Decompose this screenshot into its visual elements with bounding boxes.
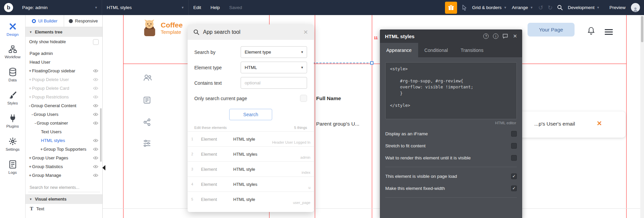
- scrollbar-thumb[interactable]: [641, 16, 643, 42]
- eye-icon[interactable]: [93, 69, 98, 73]
- close-icon[interactable]: ✕: [303, 29, 308, 36]
- eye-icon[interactable]: [93, 147, 98, 151]
- nav-item-data[interactable]: Data: [0, 63, 25, 86]
- checkbox-checked[interactable]: [511, 186, 517, 191]
- collapse-icon[interactable]: -: [32, 112, 33, 117]
- tree-item-group-users[interactable]: -Group Users: [26, 110, 102, 119]
- notification-bell-icon[interactable]: [587, 26, 595, 36]
- eye-icon[interactable]: [93, 173, 98, 177]
- panel-collapse-handle[interactable]: [102, 165, 105, 170]
- html-code-editor[interactable]: <style> #rg-top-supp, #rg-review{ overfl…: [385, 62, 517, 119]
- expand-icon[interactable]: +: [29, 94, 32, 99]
- element-type-select[interactable]: HTML ▾: [241, 62, 307, 73]
- tab-appearance[interactable]: Appearance: [380, 43, 418, 57]
- nav-item-styles[interactable]: Styles: [0, 86, 25, 110]
- new-elements-search-input[interactable]: [28, 183, 100, 192]
- tab-responsive[interactable]: Responsive: [64, 15, 102, 27]
- eye-icon[interactable]: [93, 95, 98, 99]
- redo-icon[interactable]: ↻: [548, 4, 553, 11]
- sidebar-document-icon[interactable]: [143, 96, 151, 105]
- selection-handle[interactable]: [370, 61, 374, 65]
- tree-item-group-statistics[interactable]: +Group Statistics: [26, 162, 102, 171]
- only-show-hideable-checkbox[interactable]: [93, 39, 99, 45]
- eye-icon[interactable]: [93, 78, 98, 81]
- checkbox-unchecked[interactable]: [511, 143, 517, 149]
- search-result-row[interactable]: 1 Element HTML style Header User Logged …: [188, 131, 314, 146]
- eye-icon[interactable]: [93, 104, 98, 107]
- element-selector-dropdown[interactable]: HTML styles ▾: [102, 0, 189, 15]
- page-selector-dropdown[interactable]: Page: admin ▾: [17, 0, 102, 15]
- nav-item-logs[interactable]: Logs: [0, 156, 25, 179]
- tree-item-floatinggroup-sidebar[interactable]: +FloatingGroup sidebar: [26, 66, 102, 75]
- only-current-page-checkbox[interactable]: [300, 95, 307, 102]
- tree-item-head-user[interactable]: Head User: [26, 58, 102, 66]
- expand-icon[interactable]: +: [29, 77, 32, 82]
- search-by-select[interactable]: Element type ▾: [241, 46, 307, 58]
- your-page-button[interactable]: Your Page: [528, 23, 575, 37]
- hamburger-menu-icon[interactable]: [605, 29, 613, 36]
- nav-item-plugins[interactable]: Plugins: [0, 110, 25, 133]
- tree-item-page-admin[interactable]: Page admin: [26, 49, 102, 58]
- preview-button[interactable]: Preview: [605, 5, 630, 10]
- tree-item-html-styles[interactable]: HTML styles: [26, 136, 102, 145]
- eye-icon[interactable]: [93, 139, 98, 142]
- eye-icon[interactable]: [93, 156, 98, 160]
- help-icon[interactable]: ?: [483, 33, 489, 39]
- comment-icon[interactable]: [503, 34, 508, 39]
- visual-elements-header[interactable]: ▼ Visual elements: [26, 194, 102, 204]
- tab-conditional[interactable]: Conditional: [418, 43, 454, 57]
- search-result-row[interactable]: 3 Element HTML style index: [188, 161, 314, 176]
- expand-icon[interactable]: +: [40, 147, 43, 152]
- menu-edit[interactable]: Edit: [189, 5, 206, 10]
- collapse-icon[interactable]: -: [35, 121, 36, 126]
- sidebar-users-icon[interactable]: [143, 74, 152, 83]
- expand-icon[interactable]: +: [29, 164, 32, 169]
- tree-item-group-container[interactable]: -Group container: [26, 119, 102, 127]
- pointer-tool[interactable]: [462, 5, 467, 11]
- search-result-row[interactable]: 5 Element HTML style user_page: [188, 192, 314, 207]
- menu-help[interactable]: Help: [206, 5, 225, 10]
- grid-borders-dropdown[interactable]: Grid & borders ▾: [472, 5, 506, 10]
- sidebar-share-icon[interactable]: [143, 118, 151, 128]
- tree-item-group-user-pages[interactable]: +Group User Pages: [26, 153, 102, 162]
- tab-transitions[interactable]: Transitions: [454, 43, 490, 57]
- nav-item-workflow[interactable]: Workflow: [0, 41, 25, 63]
- tree-item-popup-delete-card[interactable]: +Popup Delete Card: [26, 84, 102, 92]
- user-avatar[interactable]: [631, 3, 640, 12]
- undo-icon[interactable]: ↺: [538, 4, 543, 11]
- tree-item-group-top-supporters[interactable]: +Group Top Supporters: [26, 145, 102, 153]
- property-editor-header[interactable]: HTML styles ? i ✕: [380, 29, 522, 43]
- checkbox-unchecked[interactable]: [511, 155, 517, 161]
- remove-icon[interactable]: ✕: [597, 120, 602, 127]
- close-icon[interactable]: ✕: [513, 33, 517, 39]
- sidebar-sliders-icon[interactable]: [143, 140, 151, 148]
- tree-item-group-general-content[interactable]: -Group General Content: [26, 101, 102, 110]
- tab-ui-builder[interactable]: UI Builder: [26, 15, 64, 27]
- eye-icon[interactable]: [93, 121, 98, 125]
- site-brand[interactable]: Coffee Template: [141, 19, 183, 37]
- panel-scrollbar-thumb[interactable]: [100, 108, 102, 162]
- gift-button[interactable]: [445, 2, 457, 14]
- tree-item-popup-restrictions[interactable]: +Popup Restrictions: [26, 92, 102, 101]
- eye-icon[interactable]: [93, 86, 98, 90]
- expand-icon[interactable]: +: [29, 86, 32, 91]
- checkbox-checked[interactable]: [511, 173, 517, 179]
- checkbox-unchecked[interactable]: [511, 131, 517, 137]
- tree-item-text-users[interactable]: Text Users: [26, 127, 102, 136]
- expand-icon[interactable]: +: [29, 155, 32, 160]
- search-button[interactable]: [557, 5, 563, 10]
- search-result-row[interactable]: 4 Element HTML styles u: [188, 176, 314, 192]
- collapse-icon[interactable]: -: [29, 103, 30, 108]
- elements-tree-header[interactable]: ▼ Elements tree: [26, 27, 102, 37]
- environment-dropdown[interactable]: Development ▾: [568, 5, 599, 10]
- nav-item-settings[interactable]: Settings: [0, 133, 25, 156]
- tree-item-popup-delete-user[interactable]: +Popup Delete User: [26, 75, 102, 84]
- bubble-logo[interactable]: b: [4, 3, 13, 12]
- expand-icon[interactable]: +: [29, 173, 32, 178]
- vertical-scrollbar[interactable]: [640, 15, 644, 218]
- arrange-dropdown[interactable]: Arrange ▾: [512, 5, 533, 10]
- search-result-row[interactable]: 2 Element HTML styles admin: [188, 146, 314, 161]
- eye-icon[interactable]: [93, 113, 98, 116]
- contains-text-input[interactable]: [241, 77, 307, 89]
- search-submit-button[interactable]: Search: [229, 109, 272, 120]
